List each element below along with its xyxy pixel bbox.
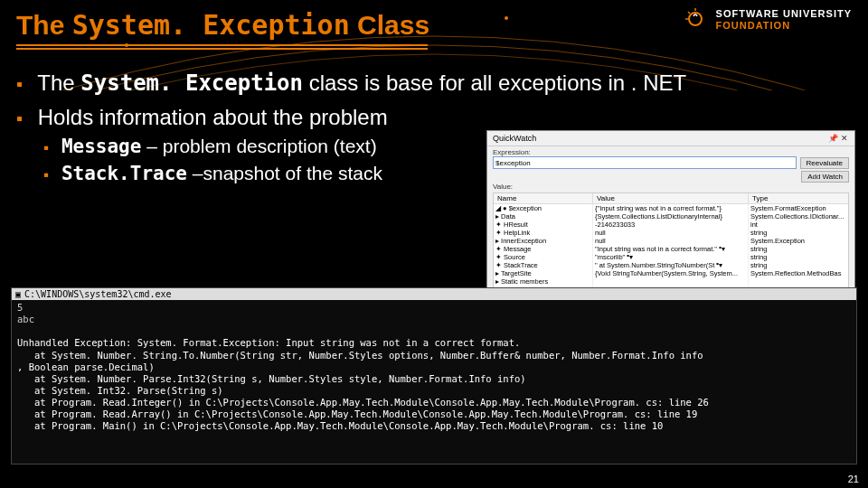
grid-row[interactable]: ▸ TargetSite{Void StringToNumber(System.… — [494, 269, 848, 277]
grid-row[interactable]: ▸ Static members — [494, 277, 848, 286]
console-title: C:\WINDOWS\system32\cmd.exe — [24, 289, 172, 299]
slide-title: The System. Exception Class — [16, 9, 687, 41]
grid-row[interactable]: ✦ StackTrace" at System.Number.StringToN… — [494, 261, 848, 269]
grid-row[interactable]: ◢ ● $exception{"Input string was not in … — [494, 204, 848, 212]
quickwatch-window: QuickWatch 📌 ✕ Expression: Reevaluate Ad… — [486, 130, 855, 311]
bullet-code: Message — [61, 136, 142, 157]
reevaluate-button[interactable]: Reevaluate — [800, 157, 849, 169]
grid-row[interactable]: ✦ Source"mscorlib" ᵒ▾string — [494, 253, 848, 261]
cmd-icon: ▣ — [15, 289, 21, 299]
quickwatch-title: QuickWatch — [493, 134, 536, 143]
page-number: 21 — [848, 474, 859, 484]
logo-line1: SOFTWARE UNIVERSITY — [716, 8, 852, 19]
logo-line2: FOUNDATION — [716, 20, 791, 31]
expression-input[interactable] — [493, 156, 797, 169]
value-label: Value: — [493, 183, 849, 191]
console-output: 5abc Unhandled Exception: System. Format… — [12, 300, 856, 434]
bullet-code: Stack.Trace — [61, 163, 187, 184]
title-area: The System. Exception Class — [16, 9, 687, 50]
pin-icon[interactable]: 📌 — [828, 134, 837, 143]
grid-row[interactable]: ▸ Data{System.Collections.ListDictionary… — [494, 212, 848, 221]
col-type: Type — [749, 193, 848, 203]
expression-label: Expression: — [493, 148, 849, 156]
bullet-1: The System. Exception class is base for … — [16, 70, 852, 96]
console-titlebar: ▣ C:\WINDOWS\system32\cmd.exe — [12, 288, 856, 300]
grid-row[interactable]: ✦ HelpLinknullstring — [494, 229, 848, 237]
slide: The System. Exception Class SOFTWARE UNI… — [0, 0, 868, 488]
bullet-code: System. Exception — [80, 70, 303, 96]
title-post: Class — [350, 10, 429, 40]
grid-row[interactable]: ✦ Message"Input string was not in a corr… — [494, 245, 848, 253]
add-watch-button[interactable]: Add Watch — [801, 171, 849, 183]
quickwatch-grid: Name Value Type ◢ ● $exception{"Input st… — [493, 192, 849, 299]
quickwatch-titlebar: QuickWatch 📌 ✕ — [487, 131, 854, 146]
lightbulb-icon — [684, 7, 707, 33]
title-underline — [16, 48, 428, 50]
console-window: ▣ C:\WINDOWS\system32\cmd.exe 5abc Unhan… — [11, 287, 857, 465]
title-underline — [16, 44, 428, 46]
title-pre: The — [16, 10, 72, 40]
grid-row[interactable]: ▸ InnerExceptionnullSystem.Exception — [494, 237, 848, 245]
close-icon[interactable]: ✕ — [840, 134, 849, 143]
title-code: System. Exception — [72, 9, 350, 41]
svg-line-4 — [688, 12, 690, 14]
grid-row[interactable]: ✦ HResult-2146233033int — [494, 221, 848, 229]
col-value: Value — [593, 193, 749, 203]
logo: SOFTWARE UNIVERSITY FOUNDATION — [684, 7, 852, 33]
col-name: Name — [494, 193, 593, 203]
